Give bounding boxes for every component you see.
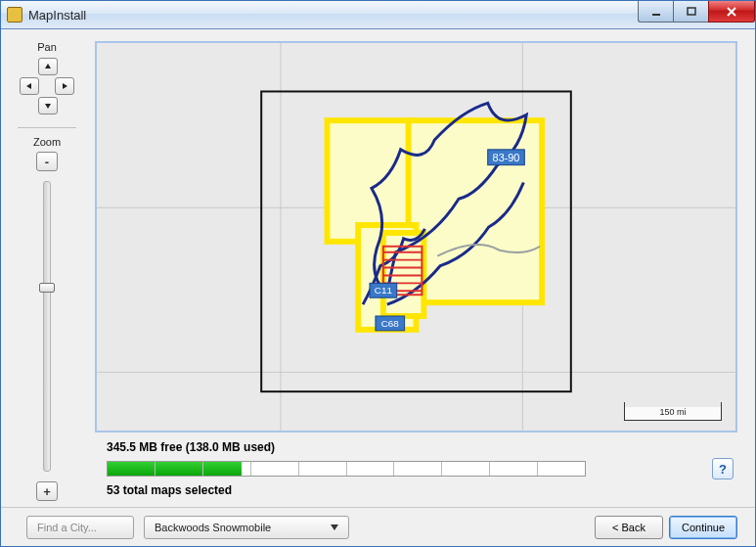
pan-up-button[interactable] xyxy=(38,58,58,75)
pan-label: Pan xyxy=(37,41,57,53)
svg-marker-31 xyxy=(331,524,338,530)
zoom-column: - + xyxy=(36,152,58,501)
svg-text:C68: C68 xyxy=(381,318,400,329)
arrow-left-icon xyxy=(25,82,33,90)
arrow-up-icon xyxy=(44,63,52,70)
divider xyxy=(18,127,76,128)
left-panel: Pan Zoom xyxy=(9,41,85,501)
titlebar: MapInstall xyxy=(1,1,755,29)
storage-text: 345.5 MB free (138.0 MB used) xyxy=(107,440,275,454)
window-controls xyxy=(638,1,755,23)
pan-pad xyxy=(19,57,75,114)
chevron-down-icon xyxy=(331,524,338,530)
map-viewport[interactable]: 83-90 C11 C68 150 mi xyxy=(95,41,737,433)
client-area: Pan Zoom xyxy=(1,29,755,546)
storage-meter-ticks xyxy=(108,462,585,476)
back-button[interactable]: < Back xyxy=(595,516,663,539)
window-title: MapInstall xyxy=(28,8,86,23)
scale-bar: 150 mi xyxy=(624,407,722,421)
svg-marker-4 xyxy=(45,64,51,68)
svg-text:83-90: 83-90 xyxy=(493,152,520,163)
scale-label: 150 mi xyxy=(659,407,686,417)
tile-label-c68: C68 xyxy=(376,316,405,331)
arrow-down-icon xyxy=(44,102,52,110)
mapset-dropdown[interactable]: Backwoods Snowmobile xyxy=(144,516,349,539)
selected-text: 53 total maps selected xyxy=(107,483,232,497)
zoom-out-button[interactable]: - xyxy=(36,152,58,171)
zoom-in-button[interactable]: + xyxy=(36,481,58,501)
pan-left-button[interactable] xyxy=(20,77,39,95)
close-icon xyxy=(726,7,737,17)
find-city-placeholder: Find a City... xyxy=(37,522,97,533)
minimize-icon xyxy=(650,7,662,17)
minimize-button[interactable] xyxy=(638,1,673,23)
tile-label-c11: C11 xyxy=(370,284,397,298)
continue-button[interactable]: Continue xyxy=(669,516,737,539)
arrow-right-icon xyxy=(61,82,68,90)
svg-marker-7 xyxy=(45,104,51,109)
zoom-slider[interactable] xyxy=(43,181,51,472)
mapset-value: Backwoods Snowmobile xyxy=(155,522,271,533)
map-column: 83-90 C11 C68 150 mi xyxy=(95,41,737,501)
zoom-thumb[interactable] xyxy=(39,283,55,293)
tile-label-8390: 83-90 xyxy=(488,150,525,165)
zoom-label: Zoom xyxy=(33,136,61,148)
maximize-icon xyxy=(686,7,697,17)
help-button[interactable]: ? xyxy=(712,458,734,479)
bottom-bar: Find a City... Backwoods Snowmobile < Ba… xyxy=(1,507,755,546)
find-city-button[interactable]: Find a City... xyxy=(26,516,134,539)
pan-down-button[interactable] xyxy=(38,97,58,114)
svg-text:C11: C11 xyxy=(375,285,393,296)
map-canvas: 83-90 C11 C68 xyxy=(97,43,735,431)
status-block: 345.5 MB free (138.0 MB used) ? 53 total… xyxy=(95,433,737,501)
app-window: MapInstall Pan xyxy=(0,0,756,547)
svg-rect-1 xyxy=(688,8,695,15)
storage-meter xyxy=(107,461,586,477)
svg-marker-6 xyxy=(63,83,67,89)
nav-buttons: < Back Continue xyxy=(595,516,737,539)
svg-marker-5 xyxy=(26,83,31,89)
pan-right-button[interactable] xyxy=(55,77,74,95)
app-icon xyxy=(7,7,22,23)
maximize-button[interactable] xyxy=(673,1,708,23)
main-row: Pan Zoom xyxy=(1,29,755,507)
close-button[interactable] xyxy=(708,1,755,23)
